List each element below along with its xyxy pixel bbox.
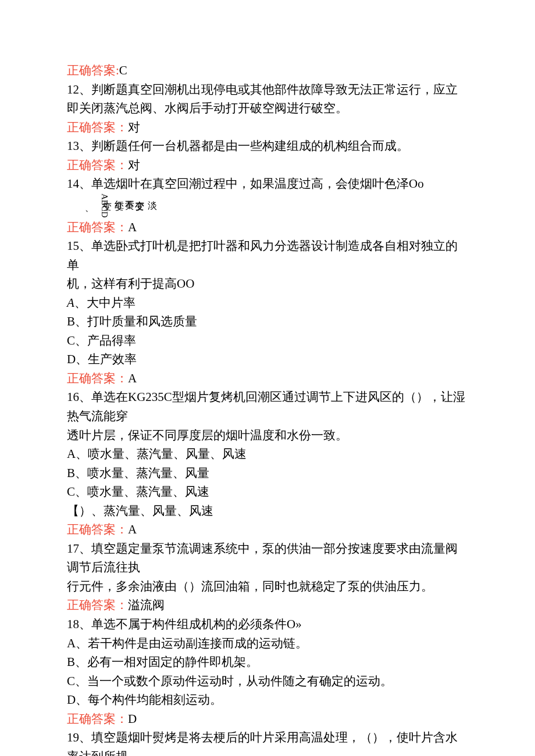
q15-optD: D、生产效率 — [67, 350, 468, 369]
q15-optA-text: 、大中片率 — [74, 296, 135, 310]
answer-value: 溢流阀 — [128, 598, 165, 612]
q17-line2: 行元件，多余油液由（）流回油箱，同时也就稳定了泵的供油压力。 — [67, 577, 468, 596]
answer-value: A — [128, 371, 137, 385]
q15-optA: A、大中片率 — [67, 293, 468, 313]
answer-value: D — [128, 712, 137, 726]
q13-text: 13、判断题任何一台机器都是由一些构建组成的机构组合而成。 — [67, 137, 468, 156]
answer-label: 正确答案： — [67, 371, 128, 385]
answer-label: 正确答案： — [67, 712, 128, 726]
q16-optA: A、喷水量、蒸汽量、风量、风速 — [67, 445, 468, 464]
q14-labels: ABCD — [100, 194, 110, 218]
q12-answer: 正确答案：对 — [67, 118, 468, 137]
answer-value: A — [128, 220, 137, 234]
q16-answer: 正确答案：A — [67, 520, 468, 539]
q13-answer: 正确答案：对 — [67, 156, 468, 175]
q14-text: 14、单选烟叶在真空回潮过程中，如果温度过高，会使烟叶色泽Oo — [67, 174, 468, 194]
q16-optB: B、喷水量、蒸汽量、风量 — [67, 464, 468, 483]
answer-label: 正确答案： — [67, 220, 128, 234]
answer-value: 对 — [128, 120, 140, 134]
answer-value: A — [128, 522, 137, 536]
answer-value: C — [119, 63, 127, 77]
q16-optD: 【）、蒸汽量、风量、风速 — [67, 501, 468, 521]
q12-text: 12、判断题真空回潮机出现停电或其他部件故障导致无法正常运行，应立即关闭蒸汽总阀… — [67, 80, 468, 118]
answer-label: 正确答案： — [67, 158, 128, 172]
q18-text: 18、单选不属于构件组成机构的必须条件O» — [67, 615, 468, 634]
q17-answer: 正确答案：溢流阀 — [67, 596, 468, 615]
answer-label: 正确答案: — [67, 63, 119, 77]
q15-answer: 正确答案：A — [67, 369, 468, 388]
answer-label: 正确答案： — [67, 522, 128, 536]
q15-optA-letter: A — [67, 296, 74, 310]
q14-labels-row: 、 ABCD — [84, 194, 468, 218]
q18-optA: A、若干构件是由运动副连接而成的运动链。 — [67, 634, 468, 653]
q19-line1: 19、填空题烟叶熨烤是将去梗后的叶片采用高温处理，（），使叶片含水率达到所规 — [67, 728, 468, 756]
q15-optC: C、产品得率 — [67, 331, 468, 350]
q16-line1: 16、单选在KG235C型烟片复烤机回潮区通过调节上下进风区的（），让湿热气流能… — [67, 388, 468, 425]
q18-answer: 正确答案：D — [67, 710, 468, 729]
answer-value: 对 — [128, 158, 140, 172]
q17-line1: 17、填空题定量泵节流调速系统中，泵的供油一部分按速度要求由流量阀调节后流往执 — [67, 539, 468, 577]
q18-optD: D、每个构件均能相刻运动。 — [67, 690, 468, 710]
answer-label: 正确答案： — [67, 598, 128, 612]
q11-answer: 正确答案:C — [67, 61, 468, 80]
q14-comma: 、 — [84, 209, 94, 218]
q18-optB: B、必有一相对固定的静件即机架。 — [67, 653, 468, 672]
q15-line2: 机，这样有利于提高OO — [67, 274, 468, 293]
q15-optB: B、打叶质量和风选质量 — [67, 312, 468, 331]
q14-answer: 正确答案：A — [67, 218, 468, 237]
q16-optC: C、喷水量、蒸汽量、风速 — [67, 482, 468, 501]
answer-label: 正确答案： — [67, 120, 128, 134]
q15-line1: 15、单选卧式打叶机是把打叶器和风力分选器设计制造成各自相对独立的单 — [67, 237, 468, 274]
q18-optC: C、当一个或数个原动件运动时，从动件随之有确定的运动。 — [67, 672, 468, 691]
q16-line2: 透叶片层，保证不同厚度层的烟叶温度和水份一致。 — [67, 426, 468, 445]
